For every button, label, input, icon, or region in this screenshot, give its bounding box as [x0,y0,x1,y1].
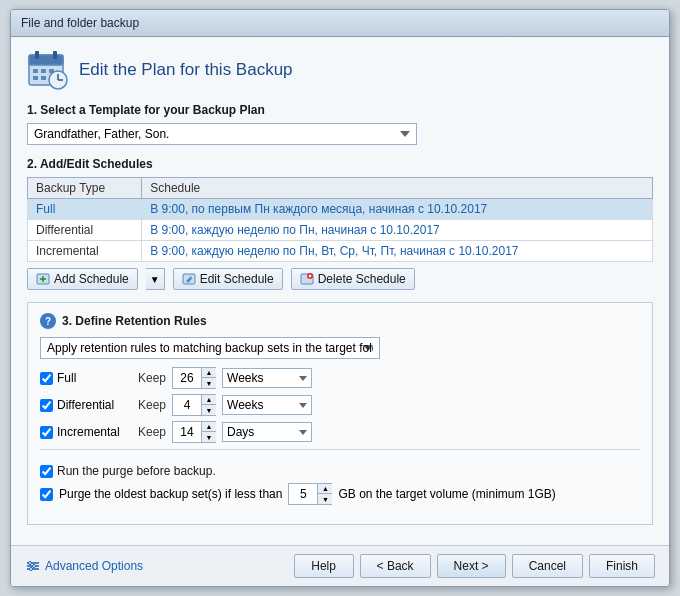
main-window: File and folder backup Edit the Plan for… [10,9,670,587]
header-section: Edit the Plan for this Backup [27,49,653,91]
page-title: Edit the Plan for this Backup [79,60,293,80]
svg-rect-7 [33,76,38,80]
purge-section: Run the purge before backup. Purge the o… [40,456,640,514]
incremental-keep-input[interactable] [173,422,201,442]
schedule-cell: В 9:00, каждую неделю по Пн, Вт, Ср, Чт,… [142,241,653,262]
gb-spinner: ▲ ▼ [288,483,332,505]
retention-type-select[interactable]: Apply retention rules to matching backup… [40,337,380,359]
full-unit-select[interactable]: Weeks Days Months [222,368,312,388]
incremental-retention-label: Incremental [40,425,130,439]
full-retention-label: Full [40,371,130,385]
gb-spinner-btns: ▲ ▼ [317,484,332,504]
help-button[interactable]: Help [294,554,354,578]
incremental-retention-checkbox[interactable] [40,426,53,439]
full-keep-input[interactable] [173,368,201,388]
schedules-table: Backup Type Schedule Full В 9:00, по пер… [27,177,653,262]
differential-keep-up-btn[interactable]: ▲ [202,395,216,405]
incremental-unit-select[interactable]: Days Weeks Months [222,422,312,442]
differential-unit-select[interactable]: Weeks Days Months [222,395,312,415]
purge-if-less-checkbox[interactable] [40,488,53,501]
delete-schedule-icon [300,272,314,286]
section2-label: 2. Add/Edit Schedules [27,157,653,171]
section2: 2. Add/Edit Schedules Backup Type Schedu… [27,157,653,290]
advanced-options-icon [25,558,41,574]
purge-before-label: Run the purge before backup. [40,464,216,478]
svg-point-24 [29,562,32,565]
table-row[interactable]: Full В 9:00, по первым Пн каждого месяца… [28,199,653,220]
backup-type-cell: Differential [28,220,142,241]
gb-suffix-text: GB on the target volume (minimum 1GB) [338,487,555,501]
help-icon[interactable]: ? [40,313,56,329]
retention-header: ? 3. Define Retention Rules [40,313,640,329]
gb-input[interactable] [289,484,317,504]
table-row[interactable]: Incremental В 9:00, каждую неделю по Пн,… [28,241,653,262]
col-backup-type: Backup Type [28,178,142,199]
full-keep-down-btn[interactable]: ▼ [202,378,216,388]
backup-type-cell: Incremental [28,241,142,262]
cancel-button[interactable]: Cancel [512,554,583,578]
purge-before-text: Run the purge before backup. [57,464,216,478]
schedule-cell: В 9:00, по первым Пн каждого месяца, нач… [142,199,653,220]
svg-rect-5 [41,69,46,73]
section1: 1. Select a Template for your Backup Pla… [27,103,653,145]
differential-retention-row: Differential Keep ▲ ▼ Weeks Days Months [40,394,640,416]
add-schedule-icon [36,272,50,286]
svg-rect-2 [35,51,39,59]
full-keep-label: Keep [138,371,166,385]
differential-retention-checkbox[interactable] [40,399,53,412]
svg-point-25 [33,565,36,568]
purge-before-checkbox[interactable] [40,465,53,478]
differential-keep-label: Keep [138,398,166,412]
section3-label: 3. Define Retention Rules [62,314,207,328]
retention-dropdown-row: Apply retention rules to matching backup… [40,337,640,359]
svg-point-26 [30,568,33,571]
edit-schedule-label: Edit Schedule [200,272,274,286]
title-bar: File and folder backup [11,10,669,37]
table-row[interactable]: Differential В 9:00, каждую неделю по Пн… [28,220,653,241]
calendar-icon [27,49,69,91]
incremental-keep-up-btn[interactable]: ▲ [202,422,216,432]
incremental-keep-label: Keep [138,425,166,439]
advanced-options-label: Advanced Options [45,559,143,573]
edit-schedule-icon [182,272,196,286]
col-schedule: Schedule [142,178,653,199]
footer: Advanced Options Help < Back Next > Canc… [11,545,669,586]
full-keep-up-btn[interactable]: ▲ [202,368,216,378]
svg-rect-3 [53,51,57,59]
footer-buttons: Help < Back Next > Cancel Finish [294,554,655,578]
add-schedule-dropdown[interactable]: ▼ [146,268,165,290]
svg-rect-8 [41,76,46,80]
incremental-keep-down-btn[interactable]: ▼ [202,432,216,442]
full-type-label: Full [57,371,76,385]
schedule-cell: В 9:00, каждую неделю по Пн, начиная с 1… [142,220,653,241]
incremental-retention-row: Incremental Keep ▲ ▼ Days Weeks Months [40,421,640,443]
section1-label: 1. Select a Template for your Backup Pla… [27,103,653,117]
svg-rect-4 [33,69,38,73]
template-select[interactable]: Grandfather, Father, Son. [27,123,417,145]
back-button[interactable]: < Back [360,554,431,578]
purge-if-less-row: Purge the oldest backup set(s) if less t… [40,483,640,505]
gb-down-btn[interactable]: ▼ [318,494,332,504]
advanced-options-link[interactable]: Advanced Options [25,558,143,574]
purge-if-less-text: Purge the oldest backup set(s) if less t… [59,487,282,501]
incremental-type-label: Incremental [57,425,120,439]
schedule-buttons: Add Schedule ▼ Edit Schedule [27,268,653,290]
add-schedule-button[interactable]: Add Schedule [27,268,138,290]
finish-button[interactable]: Finish [589,554,655,578]
differential-keep-spinner-btns: ▲ ▼ [201,395,216,415]
differential-keep-down-btn[interactable]: ▼ [202,405,216,415]
next-button[interactable]: Next > [437,554,506,578]
full-keep-spinner-btns: ▲ ▼ [201,368,216,388]
backup-type-cell: Full [28,199,142,220]
differential-retention-label: Differential [40,398,130,412]
delete-schedule-button[interactable]: Delete Schedule [291,268,415,290]
window-title: File and folder backup [21,16,139,30]
edit-schedule-button[interactable]: Edit Schedule [173,268,283,290]
purge-before-row: Run the purge before backup. [40,464,640,478]
full-retention-checkbox[interactable] [40,372,53,385]
section3: ? 3. Define Retention Rules Apply retent… [27,302,653,525]
gb-up-btn[interactable]: ▲ [318,484,332,494]
incremental-keep-spinner: ▲ ▼ [172,421,216,443]
add-schedule-label: Add Schedule [54,272,129,286]
differential-keep-input[interactable] [173,395,201,415]
